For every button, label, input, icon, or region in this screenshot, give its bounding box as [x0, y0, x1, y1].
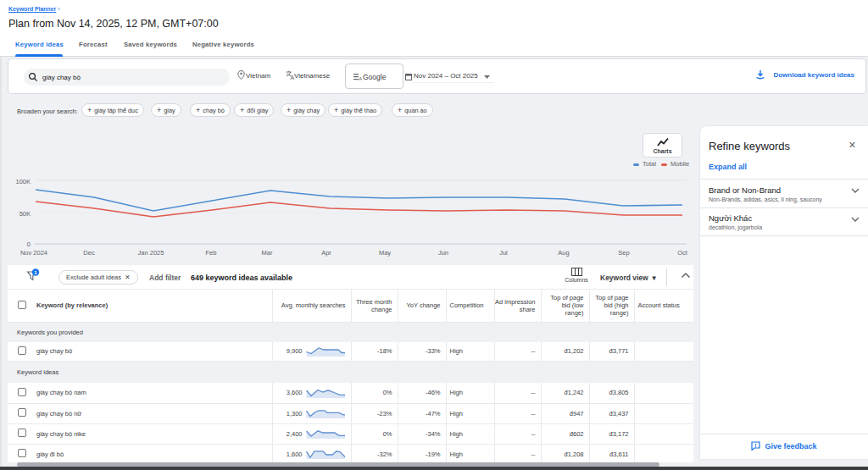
svg-text:A: A: [359, 76, 362, 81]
svg-text:Apr: Apr: [321, 249, 331, 257]
svg-text:Sep: Sep: [618, 249, 629, 257]
svg-text:Mar: Mar: [262, 249, 273, 257]
svg-text:Aug: Aug: [558, 249, 569, 257]
svg-text:50K: 50K: [19, 210, 31, 218]
svg-text:100K: 100K: [15, 178, 31, 185]
svg-text:Jun: Jun: [438, 249, 448, 257]
svg-text:0: 0: [27, 241, 31, 248]
svg-text:Oct: Oct: [677, 249, 688, 257]
svg-text:Feb: Feb: [206, 249, 217, 257]
svg-text:Dec: Dec: [83, 249, 95, 257]
svg-text:Jul: Jul: [499, 249, 508, 257]
svg-text:Nov 2024: Nov 2024: [20, 249, 47, 257]
svg-text:Jan 2025: Jan 2025: [138, 249, 164, 257]
svg-text:May: May: [379, 249, 391, 257]
